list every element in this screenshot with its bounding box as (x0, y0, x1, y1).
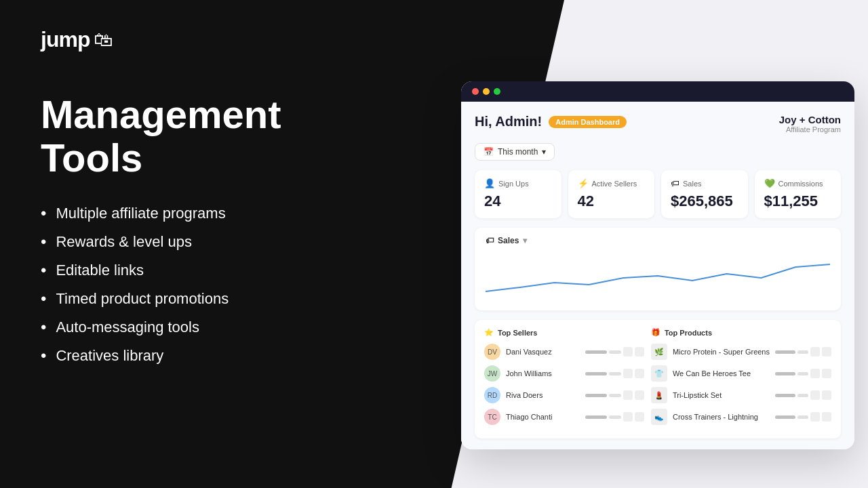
seller-name: Thiago Chanti (506, 413, 580, 421)
seller-row: JW John Williams (484, 365, 644, 382)
seller-bar (585, 390, 644, 400)
stats-grid: 👤 Sign Ups 24 ⚡ Active Sellers 42 🏷 Sale… (475, 170, 841, 218)
product-bar (775, 347, 831, 357)
chart-icon: 🏷 (486, 236, 494, 245)
window-dot-red (472, 88, 479, 95)
dash-header-left: Hi, Admin! Admin Dashboard (475, 114, 627, 129)
window-dot-yellow (483, 88, 490, 95)
window-chrome (461, 81, 854, 102)
brand-icon: 🛍 (94, 28, 113, 51)
product-bar (775, 390, 831, 400)
seller-bar (585, 369, 644, 378)
product-bar (775, 412, 831, 422)
top-products-title: 🎁 Top Products (651, 328, 831, 337)
greeting: Hi, Admin! (475, 114, 542, 129)
seller-avatar: JW (484, 365, 500, 382)
chart-header: 🏷 Sales ▾ (486, 236, 830, 245)
dashboard-content: Hi, Admin! Admin Dashboard Joy + Cotton … (461, 102, 854, 449)
dash-header: Hi, Admin! Admin Dashboard Joy + Cotton … (475, 114, 841, 134)
product-row: 🌿 Micro Protein - Super Greens (651, 344, 831, 360)
product-name: Micro Protein - Super Greens (673, 348, 770, 356)
stat-label-3: Commissions (778, 180, 823, 188)
stat-value-1: 42 (578, 192, 646, 210)
seller-row: TC Thiago Chanti (484, 409, 644, 425)
stat-label-1: Active Sellers (592, 180, 637, 188)
left-panel: jump 🛍 Management Tools Multiple affilia… (0, 0, 434, 488)
sales-chart (486, 252, 830, 300)
seller-avatar: TC (484, 409, 500, 425)
product-name: We Can Be Heroes Tee (673, 369, 770, 378)
product-icon: 💄 (651, 387, 667, 403)
stat-icon-1: ⚡ (578, 178, 589, 188)
feature-item: Timed product promotions (41, 289, 393, 308)
window-dot-green (494, 88, 500, 95)
chart-title: Sales (498, 236, 519, 245)
stat-card-3: 💚 Commissions $11,255 (755, 170, 842, 218)
seller-name: Dani Vasquez (506, 348, 580, 356)
stat-value-2: $265,865 (671, 192, 738, 210)
product-row: 💄 Tri-Lipstick Set (651, 387, 831, 403)
star-icon: ⭐ (484, 328, 494, 337)
top-sellers-label: Top Sellers (498, 329, 537, 337)
stat-label-2: Sales (683, 180, 702, 188)
stat-label-row: 👤 Sign Ups (484, 178, 552, 188)
feature-item: Multiple affiliate programs (41, 204, 393, 223)
stat-label-row: ⚡ Active Sellers (578, 178, 646, 188)
stat-card-0: 👤 Sign Ups 24 (475, 170, 561, 218)
product-name: Tri-Lipstick Set (673, 391, 770, 399)
seller-name: John Williams (506, 369, 580, 378)
stat-label-row: 🏷 Sales (671, 178, 738, 188)
feature-item: Creatives library (41, 346, 393, 365)
date-filter-label: This month (498, 147, 538, 157)
chart-area: 🏷 Sales ▾ (475, 228, 841, 310)
chart-dropdown-icon: ▾ (523, 236, 527, 245)
stat-icon-2: 🏷 (671, 178, 679, 188)
product-row: 👕 We Can Be Heroes Tee (651, 365, 831, 382)
stat-label-0: Sign Ups (498, 180, 529, 188)
seller-bar (585, 347, 644, 357)
feature-item: Editable links (41, 261, 393, 280)
brand-name: jump (41, 27, 90, 52)
dashboard-wrapper: Hi, Admin! Admin Dashboard Joy + Cotton … (461, 81, 854, 449)
product-row: 👟 Cross Trainers - Lightning (651, 409, 831, 425)
stat-label-row: 💚 Commissions (764, 178, 832, 188)
dash-header-right: Joy + Cotton Affiliate Program (779, 114, 841, 134)
dashboard-card: Hi, Admin! Admin Dashboard Joy + Cotton … (461, 81, 854, 449)
stat-icon-3: 💚 (764, 178, 775, 188)
program-name: Joy + Cotton (779, 114, 841, 125)
top-sellers-title: ⭐ Top Sellers (484, 328, 644, 337)
product-bar (775, 369, 831, 378)
seller-avatar: RD (484, 387, 500, 403)
top-products-label: Top Products (665, 329, 712, 337)
top-sellers-section: ⭐ Top Sellers DV Dani Vasquez JW John Wi… (484, 328, 644, 430)
date-filter[interactable]: 📅 This month ▾ (475, 143, 555, 161)
seller-bar (585, 412, 644, 422)
seller-row: RD Riva Doers (484, 387, 644, 403)
chevron-down-icon: ▾ (542, 147, 546, 157)
admin-badge: Admin Dashboard (549, 116, 627, 128)
product-icon: 👟 (651, 409, 667, 425)
seller-avatar: DV (484, 344, 500, 360)
stat-card-2: 🏷 Sales $265,865 (661, 170, 748, 218)
program-sub: Affiliate Program (779, 125, 841, 134)
feature-item: Rewards & level ups (41, 232, 393, 251)
stat-value-3: $11,255 (764, 192, 832, 210)
seller-name: Riva Doers (506, 391, 580, 399)
bottom-tables: ⭐ Top Sellers DV Dani Vasquez JW John Wi… (475, 320, 841, 439)
logo: jump 🛍 (41, 27, 393, 52)
stat-icon-0: 👤 (484, 178, 495, 188)
top-products-section: 🎁 Top Products 🌿 Micro Protein - Super G… (651, 328, 831, 430)
stat-value-0: 24 (484, 192, 552, 210)
calendar-icon: 📅 (484, 147, 494, 157)
stat-card-1: ⚡ Active Sellers 42 (568, 170, 655, 218)
headline: Management Tools (41, 93, 393, 180)
product-name: Cross Trainers - Lightning (673, 413, 770, 421)
seller-row: DV Dani Vasquez (484, 344, 644, 360)
product-icon: 🌿 (651, 344, 667, 360)
gift-icon: 🎁 (651, 328, 660, 337)
feature-item: Auto-messaging tools (41, 318, 393, 337)
features-list: Multiple affiliate programsRewards & lev… (41, 204, 393, 365)
product-icon: 👕 (651, 365, 667, 382)
